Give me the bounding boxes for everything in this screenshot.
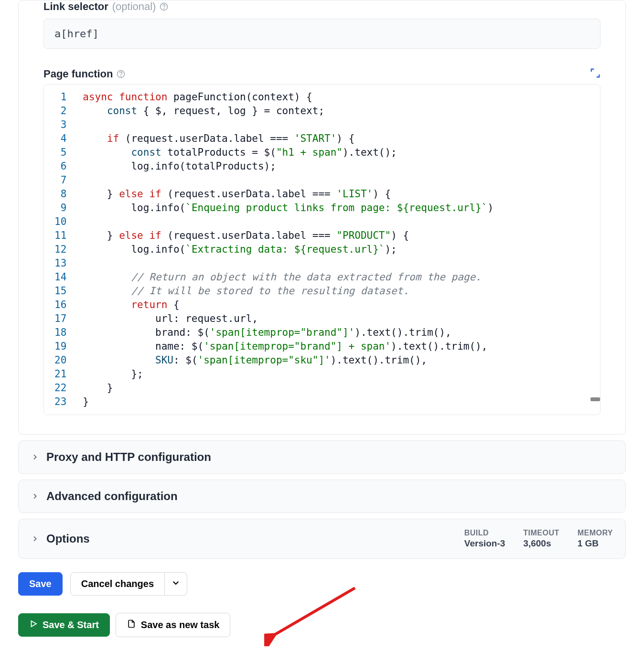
link-selector-label: Link selector (optional)	[43, 0, 601, 13]
section-advanced[interactable]: Advanced configuration	[18, 480, 626, 513]
save-start-button[interactable]: Save & Start	[18, 613, 110, 637]
help-icon[interactable]	[160, 2, 168, 11]
build-label: BUILD	[464, 529, 505, 537]
chevron-right-icon	[31, 453, 39, 461]
save-new-task-button[interactable]: Save as new task	[116, 613, 231, 637]
timeout-value: 3,600s	[523, 538, 559, 549]
play-icon	[29, 619, 38, 630]
link-selector-label-text: Link selector	[43, 0, 108, 13]
link-selector-optional: (optional)	[112, 0, 156, 13]
section-proxy-label: Proxy and HTTP configuration	[46, 450, 211, 464]
cancel-button-label: Cancel changes	[81, 578, 154, 589]
cancel-button[interactable]: Cancel changes	[70, 572, 165, 596]
memory-value: 1 GB	[578, 538, 613, 549]
help-icon[interactable]	[117, 70, 125, 78]
svg-point-3	[121, 76, 121, 76]
section-options-label: Options	[46, 532, 90, 545]
page-function-label-text: Page function	[43, 68, 113, 80]
chevron-right-icon	[31, 492, 39, 500]
build-value: Version-3	[464, 538, 505, 549]
svg-point-1	[164, 9, 164, 9]
code-editor[interactable]: 1234567891011121314151617181920212223 as…	[43, 84, 601, 415]
expand-icon[interactable]	[590, 68, 601, 80]
section-advanced-label: Advanced configuration	[46, 490, 178, 503]
editor-gutter: 1234567891011121314151617181920212223	[44, 85, 73, 415]
save-new-task-label: Save as new task	[141, 619, 220, 630]
chevron-down-icon	[172, 578, 180, 589]
page-function-label: Page function	[43, 68, 125, 80]
cancel-dropdown-button[interactable]	[165, 572, 187, 596]
save-start-label: Save & Start	[43, 619, 99, 630]
timeout-label: TIMEOUT	[523, 529, 559, 537]
save-button[interactable]: Save	[18, 572, 63, 596]
chevron-right-icon	[31, 535, 39, 543]
options-summary: BUILD Version-3 TIMEOUT 3,600s MEMORY 1 …	[464, 529, 613, 549]
file-icon	[127, 619, 136, 631]
section-options[interactable]: Options BUILD Version-3 TIMEOUT 3,600s M…	[18, 519, 626, 559]
section-proxy[interactable]: Proxy and HTTP configuration	[18, 440, 626, 474]
memory-label: MEMORY	[578, 529, 613, 537]
link-selector-input[interactable]	[43, 19, 601, 49]
save-button-label: Save	[29, 578, 52, 589]
editor-code[interactable]: async function pageFunction(context) { c…	[73, 85, 600, 415]
scrollbar-thumb[interactable]	[590, 397, 600, 401]
input-card: Link selector (optional) Page function 1…	[18, 0, 626, 435]
